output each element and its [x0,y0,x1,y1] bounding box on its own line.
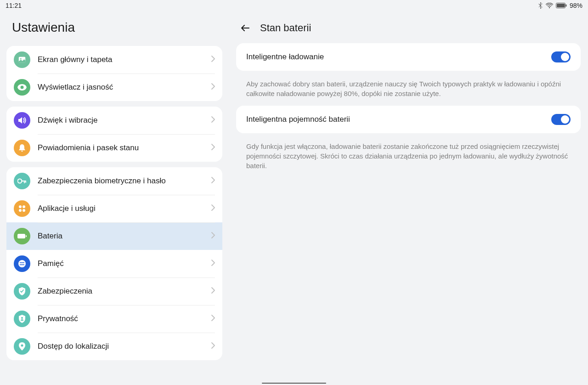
svg-point-18 [21,345,23,347]
sidebar-item-label: Zabezpieczenia biometryczne i hasło [38,176,211,186]
content-title: Stan baterii [260,22,311,34]
status-right: 98% [538,2,582,9]
home-indicator[interactable] [262,383,326,384]
setting-label: Inteligentne ładowanie [246,52,324,62]
svg-rect-2 [557,4,565,7]
chevron-right-icon [211,232,215,240]
toggle-switch[interactable] [551,51,571,62]
sidebar-item[interactable]: Prywatność [6,305,222,333]
svg-point-5 [20,58,22,60]
back-button[interactable] [240,23,251,34]
chevron-right-icon [211,204,215,213]
location-icon [14,338,30,355]
svg-point-14 [18,260,26,267]
chevron-right-icon [211,315,215,323]
volume-icon [14,112,30,129]
sidebar-item-label: Zabezpieczenia [38,287,211,296]
sidebar-item-label: Pamięć [38,259,211,268]
content-header: Stan baterii [236,11,581,43]
shield-icon [14,283,30,300]
svg-point-0 [549,7,550,8]
image-icon [14,51,30,68]
sidebar-item[interactable]: Bateria [6,222,222,250]
status-time: 11:21 [6,2,22,9]
sidebar-title: Ustawienia [6,11,222,46]
privacy-icon [14,311,30,327]
sidebar-item[interactable]: Zabezpieczenia biometryczne i hasło [6,167,222,195]
sidebar-item[interactable]: Aplikacje i usługi [6,195,222,222]
content-panel: Stan baterii Inteligentne ładowanieAby z… [229,11,588,383]
battery-icon [14,228,30,244]
sidebar-item[interactable]: Dostęp do lokalizacji [6,333,222,360]
sidebar-group: Ekran główny i tapetaWyświetlacz i jasno… [6,46,222,101]
bell-icon [14,140,30,156]
chevron-right-icon [211,144,215,152]
sidebar-item[interactable]: Wyświetlacz i jasność [6,74,222,101]
svg-point-10 [19,209,22,212]
chevron-right-icon [211,177,215,185]
svg-point-9 [23,205,25,208]
status-battery-percent: 98% [570,2,582,9]
sidebar-item-label: Ekran główny i tapeta [38,55,211,64]
sidebar-item-label: Dźwięk i wibracje [38,116,211,125]
sidebar: Ustawienia Ekran główny i tapetaWyświetl… [0,11,229,383]
setting-label: Inteligentna pojemność baterii [246,115,350,124]
setting-description: Gdy funkcja jest włączona, ładowanie bat… [236,137,581,178]
chevron-right-icon [211,287,215,295]
chevron-right-icon [211,116,215,125]
battery-status-icon [556,3,567,8]
sidebar-item-label: Bateria [38,232,211,241]
setting-row: Inteligentne ładowanie [236,43,581,71]
setting-row: Inteligentna pojemność baterii [236,106,581,133]
svg-rect-12 [17,234,25,238]
key-icon [14,173,30,189]
setting-description: Aby zachować dobry stan baterii, urządze… [236,74,581,106]
svg-rect-15 [20,262,24,263]
svg-point-17 [21,317,23,319]
svg-point-8 [19,205,22,208]
chevron-right-icon [211,342,215,351]
sidebar-group: Zabezpieczenia biometryczne i hasłoAplik… [6,167,222,360]
chevron-right-icon [211,56,215,64]
sidebar-item[interactable]: Dźwięk i wibracje [6,107,222,134]
storage-icon [14,255,30,272]
sidebar-item-label: Wyświetlacz i jasność [38,83,211,92]
status-bar: 11:21 98% [0,0,588,11]
sidebar-item-label: Dostęp do lokalizacji [38,342,211,351]
svg-rect-16 [20,265,24,266]
sidebar-item-label: Powiadomienia i pasek stanu [38,143,211,153]
chevron-right-icon [211,260,215,268]
apps-icon [14,200,30,217]
bluetooth-icon [538,2,543,9]
eye-icon [14,79,30,96]
sidebar-item-label: Aplikacje i usługi [38,204,211,213]
svg-point-6 [21,86,24,89]
sidebar-item[interactable]: Pamięć [6,250,222,277]
svg-rect-13 [26,235,27,237]
sidebar-item[interactable]: Zabezpieczenia [6,277,222,305]
wifi-icon [546,3,553,8]
svg-point-11 [23,209,25,212]
sidebar-item[interactable]: Powiadomienia i pasek stanu [6,134,222,162]
toggle-switch[interactable] [551,114,571,125]
chevron-right-icon [211,83,215,91]
sidebar-group: Dźwięk i wibracjePowiadomienia i pasek s… [6,107,222,162]
svg-rect-3 [565,5,566,7]
sidebar-item[interactable]: Ekran główny i tapeta [6,46,222,74]
sidebar-item-label: Prywatność [38,314,211,323]
